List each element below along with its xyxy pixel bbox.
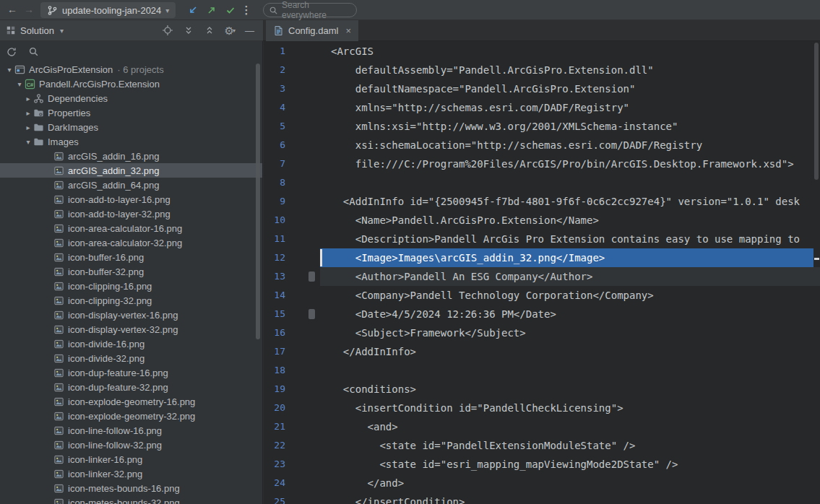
code-line[interactable]: 23 <state id="esri_mapping_mapViewingMod… xyxy=(264,455,820,474)
code-line[interactable]: 21 <and> xyxy=(264,417,820,436)
code-line[interactable]: 15 <Date>4/5/2024 12:26:36 PM</Date> xyxy=(264,305,820,323)
tree-item[interactable]: icon-buffer-32.png xyxy=(0,264,262,279)
tree-item[interactable]: icon-dup-feature-32.png xyxy=(0,380,262,394)
tree-item[interactable]: icon-buffer-16.png xyxy=(0,250,262,264)
hide-panel-button[interactable]: — xyxy=(245,25,254,36)
line-number[interactable]: 17 xyxy=(264,342,320,361)
line-number[interactable]: 7 xyxy=(264,155,320,173)
line-number[interactable]: 9 xyxy=(264,192,320,211)
tree-item[interactable]: arcGIS_addin_64.png xyxy=(0,178,262,192)
collapse-all-button[interactable] xyxy=(204,25,215,36)
line-number[interactable]: 3 xyxy=(264,79,320,98)
settings-gear-button[interactable]: ⚙▾ xyxy=(225,25,236,36)
line-number[interactable]: 10 xyxy=(264,211,320,230)
solution-view-label[interactable]: Solution xyxy=(20,25,54,36)
tree-item[interactable]: icon-clipping-16.png xyxy=(0,279,262,293)
code-line[interactable]: 14 <Company>Pandell Technology Corporati… xyxy=(264,286,820,305)
tree-item[interactable]: arcGIS_addin_32.png xyxy=(0,163,262,178)
push-button[interactable] xyxy=(205,4,218,17)
line-number[interactable]: 23 xyxy=(264,455,320,474)
tree-item[interactable]: icon-clipping-32.png xyxy=(0,293,262,308)
code-line[interactable]: 11 <Description>Pandell ArcGis Pro Exten… xyxy=(264,230,820,248)
tree-item[interactable]: icon-explode-geometry-16.png xyxy=(0,394,262,409)
code-line[interactable]: 20 <insertCondition id="PandellCheckLice… xyxy=(264,399,820,417)
line-number[interactable]: 21 xyxy=(264,417,320,436)
code-line[interactable]: 19 <conditions> xyxy=(264,380,820,399)
chevron-down-icon[interactable]: ▾ xyxy=(60,27,64,35)
tree-item[interactable]: ▸DarkImages xyxy=(0,120,262,134)
line-number[interactable]: 5 xyxy=(264,117,320,136)
tree-item[interactable]: icon-add-to-layer-16.png xyxy=(0,192,262,207)
chevron-down-icon[interactable]: ▾ xyxy=(4,66,14,74)
code-line[interactable]: 25 </insertCondition> xyxy=(264,492,820,504)
tree-item[interactable]: icon-line-follow-16.png xyxy=(0,423,262,438)
code-line[interactable]: 18 xyxy=(264,361,820,380)
git-branch-widget[interactable]: update-tooling-jan-2024 ▾ xyxy=(40,2,176,18)
close-tab-icon[interactable]: × xyxy=(345,25,351,36)
chevron-right-icon[interactable]: ▸ xyxy=(23,95,33,103)
code-line[interactable]: 7 file:///C:/Program%20Files/ArcGIS/Pro/… xyxy=(264,155,820,173)
code-line[interactable]: 6 xsi:schemaLocation="http://schemas.esr… xyxy=(264,136,820,155)
tree-item[interactable]: icon-area-calculator-16.png xyxy=(0,221,262,235)
tree-item[interactable]: icon-explode-geometry-32.png xyxy=(0,409,262,423)
chevron-right-icon[interactable]: ▸ xyxy=(23,109,33,117)
tree-item[interactable]: icon-divide-16.png xyxy=(0,336,262,351)
code-editor[interactable]: 1<ArcGIS2 defaultAssembly="Pandell.ArcGi… xyxy=(264,41,820,504)
code-line[interactable]: 9 <AddInInfo id="{2500945f-f7bd-4801-9f6… xyxy=(264,192,820,211)
code-line[interactable]: 8 xyxy=(264,173,820,192)
chevron-down-icon[interactable]: ▾ xyxy=(14,80,25,88)
tree-item[interactable]: icon-metes-bounds-16.png xyxy=(0,481,262,495)
tree-item[interactable]: icon-dup-feature-16.png xyxy=(0,365,262,380)
tree-item[interactable]: ▸Properties xyxy=(0,105,262,120)
locate-file-button[interactable] xyxy=(162,25,173,36)
line-number[interactable]: 25 xyxy=(264,492,320,504)
line-number[interactable]: 4 xyxy=(264,98,320,117)
tree-item[interactable]: ▸Dependencies xyxy=(0,91,262,105)
tree-item[interactable]: ▾ArcGisProExtension· 6 projects xyxy=(0,62,262,77)
tree-item[interactable]: icon-divide-32.png xyxy=(0,351,262,365)
line-number[interactable]: 8 xyxy=(264,173,320,192)
tree-item[interactable]: icon-area-calculator-32.png xyxy=(0,235,262,250)
code-line[interactable]: 2 defaultAssembly="Pandell.ArcGisPro.Ext… xyxy=(264,61,820,79)
tree-item[interactable]: ▾Images xyxy=(0,134,262,149)
line-number[interactable]: 22 xyxy=(264,436,320,455)
code-line[interactable]: 24 </and> xyxy=(264,474,820,492)
code-line[interactable]: 13 <Author>Pandell An ESG Company</Autho… xyxy=(264,267,820,286)
editor-scrollbar-thumb[interactable] xyxy=(814,43,819,180)
line-number[interactable]: 24 xyxy=(264,474,320,492)
search-tree-icon[interactable] xyxy=(28,46,39,57)
expand-all-button[interactable] xyxy=(183,25,194,36)
code-line[interactable]: 16 <Subject>Framework</Subject> xyxy=(264,323,820,342)
tree-item[interactable]: icon-metes-bounds-32.png xyxy=(0,495,262,504)
line-number[interactable]: 18 xyxy=(264,361,320,380)
more-actions-button[interactable]: ⋮ xyxy=(241,3,251,17)
tree-item[interactable]: icon-linker-16.png xyxy=(0,452,262,466)
tree-item[interactable]: ▾C#Pandell.ArcGisPro.Extension xyxy=(0,77,262,91)
line-number[interactable]: 13 xyxy=(264,267,320,286)
tree-scrollbar-thumb[interactable] xyxy=(256,64,260,339)
line-number[interactable]: 20 xyxy=(264,399,320,417)
code-line[interactable]: 10 <Name>Pandell.ArcGisPro.Extension</Na… xyxy=(264,211,820,230)
line-number[interactable]: 19 xyxy=(264,380,320,399)
chevron-down-icon[interactable]: ▾ xyxy=(23,138,33,146)
update-project-button[interactable] xyxy=(186,4,199,17)
code-line[interactable]: 5 xmlns:xsi="http://www.w3.org/2001/XMLS… xyxy=(264,117,820,136)
code-line[interactable]: 3 defaultNamespace="Pandell.ArcGisPro.Ex… xyxy=(264,79,820,98)
line-number[interactable]: 11 xyxy=(264,230,320,248)
tree-item[interactable]: icon-display-vertex-16.png xyxy=(0,308,262,322)
tree-item[interactable]: icon-add-to-layer-32.png xyxy=(0,207,262,221)
line-number[interactable]: 15 xyxy=(264,305,320,323)
line-number[interactable]: 2 xyxy=(264,61,320,79)
tree-item[interactable]: icon-display-vertex-32.png xyxy=(0,322,262,336)
tree-item[interactable]: icon-line-follow-32.png xyxy=(0,438,262,452)
commit-button[interactable] xyxy=(224,4,237,17)
code-line[interactable]: 12 <Image>Images\arcGIS_addin_32.png</Im… xyxy=(264,248,820,267)
code-line[interactable]: 22 <state id="PandellExtensionModuleStat… xyxy=(264,436,820,455)
tree-item[interactable]: arcGIS_addin_16.png xyxy=(0,149,262,163)
back-button[interactable]: ← xyxy=(6,3,19,16)
code-line[interactable]: 1<ArcGIS xyxy=(264,42,820,61)
tree-item[interactable]: icon-linker-32.png xyxy=(0,466,262,481)
refresh-icon[interactable] xyxy=(6,46,17,58)
forward-button[interactable]: → xyxy=(22,3,35,16)
search-everywhere-field[interactable]: Search everywhere xyxy=(263,3,357,17)
